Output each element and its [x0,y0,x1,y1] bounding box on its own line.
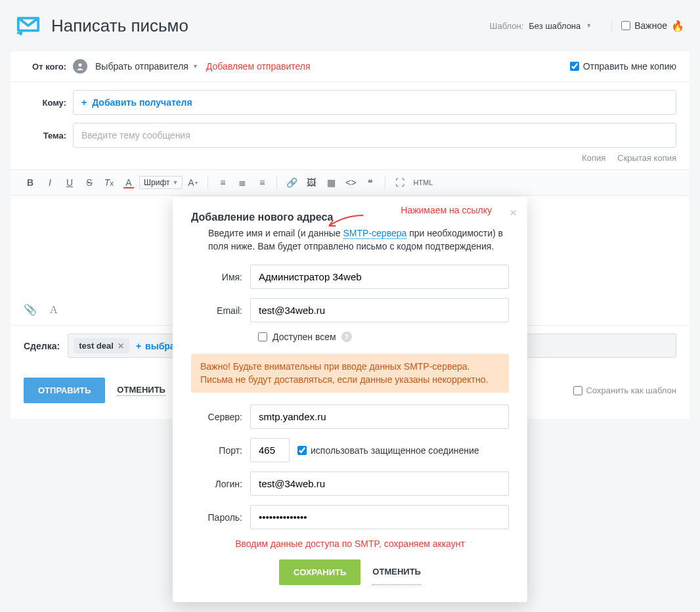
available-label: Доступен всем [273,332,336,342]
subject-input[interactable] [73,123,676,148]
template-label: Шаблон: [490,21,524,31]
to-label: Кому: [24,98,73,108]
strike-button[interactable]: S [80,174,98,191]
link-button[interactable]: 🔗 [282,174,301,191]
smtp-link[interactable]: SMTP-сервера [343,228,407,239]
server-input[interactable] [250,404,509,419]
avatar-icon [73,59,87,74]
send-button[interactable]: ОТПРАВИТЬ [24,378,105,403]
deal-label: Сделка: [24,341,60,351]
cc-me-label: Отправить мне копию [583,61,676,72]
bold-button[interactable]: B [21,174,39,191]
caret-down-icon: ▼ [192,63,198,70]
cc-me-checkbox[interactable] [570,62,579,71]
align-button[interactable]: ≡ [253,174,271,191]
save-template-label: Сохранить как шаблон [586,385,676,395]
template-value: Без шаблона [529,21,580,31]
name-input[interactable] [250,265,509,289]
cancel-button[interactable]: ОТМЕНИТЬ [117,385,165,396]
editor-toolbar: B I U S Tx A Шрифт▼ A▼ ≡ ≣ ≡ 🔗 🖼 ▦ <> ❝ … [11,169,689,196]
from-label: От кого: [24,62,73,72]
image-button[interactable]: 🖼 [302,174,320,191]
important-label: Важное [634,20,667,31]
deal-chip: test deal ✕ [74,338,129,353]
save-template-checkbox[interactable] [573,386,582,395]
plus-icon: + [81,97,87,108]
caret-down-icon: ▼ [586,22,592,29]
fire-icon: 🔥 [671,20,684,32]
modal-description: Введите имя и email (и данные SMTP-серве… [191,227,509,253]
italic-button[interactable]: I [41,174,59,191]
copy-link[interactable]: Копия [582,153,605,163]
font-size-button[interactable]: A▼ [184,174,202,191]
page-title: Написать письмо [51,16,490,36]
email-input[interactable] [250,298,509,322]
sender-select-label: Выбрать отправителя [95,61,188,72]
available-checkbox[interactable] [258,332,267,341]
email-label: Email: [191,305,250,316]
add-address-modal: × Добавление нового адреса Нажимаем на с… [173,197,527,419]
save-template-wrap[interactable]: Сохранить как шаблон [573,385,676,395]
ul-button[interactable]: ≣ [233,174,252,191]
add-sender-annotation: Добавляем отправителя [206,61,311,72]
fullscreen-button[interactable]: ⛶ [391,174,409,191]
font-select[interactable]: Шрифт▼ [139,176,183,189]
important-checkbox[interactable] [621,21,630,30]
text-color-button[interactable]: A [120,174,138,191]
add-recipient-link[interactable]: Добавить получателя [92,97,192,108]
cc-me-wrap[interactable]: Отправить мне копию [570,61,676,72]
name-label: Имя: [191,272,250,282]
server-label: Сервер: [191,412,250,419]
close-icon[interactable]: × [510,206,517,220]
code-button[interactable]: <> [341,174,360,191]
attach-icon[interactable]: 📎 [24,303,37,316]
clear-format-button[interactable]: Tx [100,174,118,191]
html-button[interactable]: HTML [410,174,435,191]
chip-remove-icon[interactable]: ✕ [118,341,124,351]
to-field[interactable]: + Добавить получателя [73,90,676,115]
important-checkbox-wrap[interactable]: Важное 🔥 [621,20,684,32]
sender-select[interactable]: Выбрать отправителя ▼ [95,61,198,72]
quote-button[interactable]: ❝ [361,174,380,191]
app-logo-icon [16,13,41,38]
subject-label: Тема: [24,131,73,141]
underline-button[interactable]: U [60,174,79,191]
svg-point-0 [79,64,82,67]
table-button[interactable]: ▦ [322,174,340,191]
help-icon[interactable]: ? [341,332,352,342]
deal-add-link[interactable]: + выбра [136,341,175,351]
ol-button[interactable]: ≡ [213,174,232,191]
arrow-annotation-icon [325,214,364,229]
bcc-link[interactable]: Скрытая копия [617,153,676,163]
smtp-warning: Важно! Будьте внимательны при вводе данн… [191,354,509,393]
annotation-click-link: Нажимаем на ссылку [401,205,492,215]
text-style-icon[interactable]: A [50,304,58,316]
template-selector[interactable]: Шаблон: Без шаблона ▼ [490,21,592,31]
